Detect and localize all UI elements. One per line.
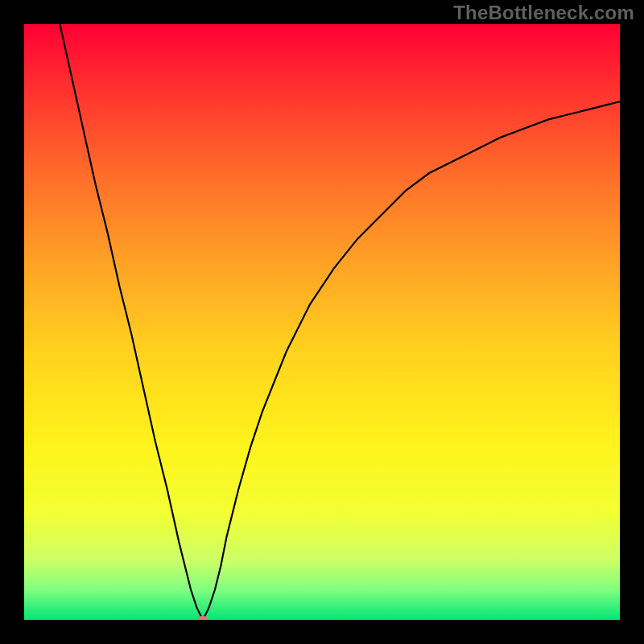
chart-svg [24, 24, 620, 620]
chart-frame: TheBottleneck.com [0, 0, 644, 644]
watermark-text: TheBottleneck.com [453, 2, 634, 24]
plot-area [24, 24, 620, 620]
gradient-background [24, 24, 620, 620]
